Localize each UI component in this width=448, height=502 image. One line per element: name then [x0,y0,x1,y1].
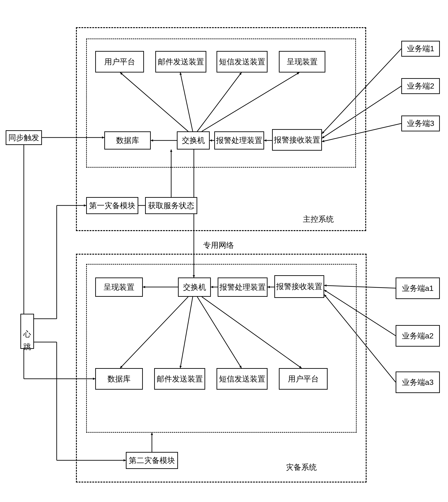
backup-alarm-receiver-label: 报警接收装置 [276,281,322,292]
backup-mail-sender: 邮件发送装置 [154,368,205,390]
backup-mail-sender-label: 邮件发送装置 [157,374,203,384]
private-network-label: 专用网络 [202,240,235,251]
biz-main-2-label: 业务端2 [407,81,434,91]
biz-main-3-label: 业务端3 [407,118,434,129]
main-alarm-handler: 报警处理装置 [214,131,264,150]
main-system-label: 主控系统 [302,214,335,225]
backup-switch: 交换机 [178,277,211,297]
backup-system-label: 灾备系统 [285,462,318,472]
get-service-status: 获取服务状态 [145,197,197,214]
backup-alarm-handler-label: 报警处理装置 [220,282,266,292]
main-user-platform-label: 用户平台 [104,57,135,67]
dr-module-2: 第二灾备模块 [126,452,178,469]
heartbeat-box: 心 跳 [20,314,34,349]
main-mail-sender-label: 邮件发送装置 [158,57,204,67]
main-alarm-receiver: 报警接收装置 [272,129,322,151]
biz-main-1: 业务端1 [401,41,440,57]
main-alarm-receiver-label: 报警接收装置 [274,135,320,145]
backup-sms-sender: 短信发送装置 [217,368,268,390]
main-user-platform: 用户平台 [95,51,144,73]
dr-module-1-label: 第一灾备模块 [89,200,135,211]
backup-alarm-receiver: 报警接收装置 [274,275,324,298]
biz-main-1-label: 业务端1 [407,44,434,54]
main-database-label: 数据库 [116,135,139,146]
biz-main-3: 业务端3 [401,116,440,131]
biz-main-2: 业务端2 [401,78,440,94]
backup-alarm-handler: 报警处理装置 [218,277,268,297]
main-presenter-label: 呈现装置 [287,57,318,67]
main-sms-sender: 短信发送装置 [217,51,268,73]
backup-user-platform: 用户平台 [279,368,328,390]
backup-user-platform-label: 用户平台 [288,374,319,384]
biz-backup-a1-label: 业务端a1 [402,283,434,294]
dr-module-1: 第一灾备模块 [86,197,138,214]
biz-backup-a2: 业务端a2 [396,325,440,347]
biz-backup-a3-label: 业务端a3 [402,377,434,388]
backup-database: 数据库 [95,368,143,390]
main-database: 数据库 [104,131,151,150]
biz-backup-a3: 业务端a3 [396,371,440,393]
main-sms-sender-label: 短信发送装置 [219,57,265,67]
sync-trigger-label: 同步触发 [8,133,39,143]
biz-backup-a1: 业务端a1 [396,277,440,299]
backup-presenter-label: 呈现装置 [104,282,134,292]
main-switch: 交换机 [177,131,210,150]
main-mail-sender: 邮件发送装置 [155,51,206,73]
main-switch-label: 交换机 [182,135,205,146]
backup-sms-sender-label: 短信发送装置 [219,374,265,384]
dr-module-2-label: 第二灾备模块 [129,455,175,466]
main-alarm-handler-label: 报警处理装置 [216,135,262,146]
get-service-status-label: 获取服务状态 [148,200,194,211]
backup-switch-label: 交换机 [183,282,206,292]
sync-trigger-box: 同步触发 [6,130,42,145]
heartbeat-label: 心 跳 [22,323,32,339]
backup-presenter: 呈现装置 [95,277,143,297]
backup-database-label: 数据库 [108,374,131,384]
main-presenter: 呈现装置 [279,51,325,73]
biz-backup-a2-label: 业务端a2 [402,331,434,341]
